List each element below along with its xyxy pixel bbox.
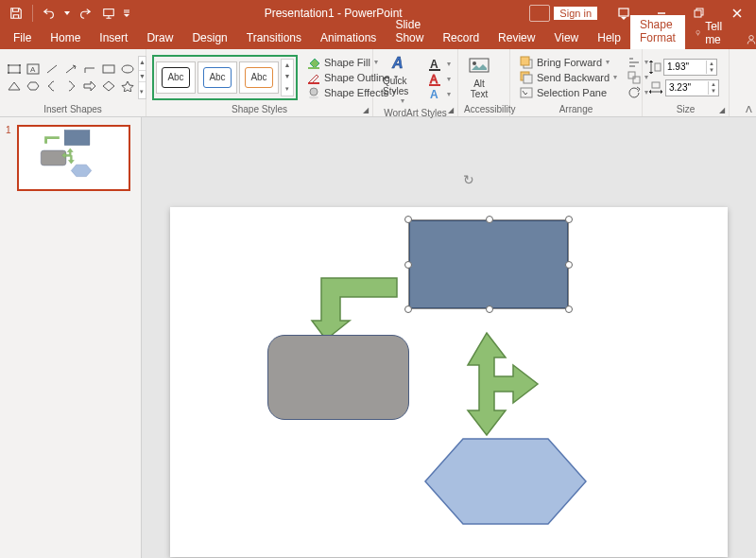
shape-textbox-icon[interactable]: A xyxy=(25,61,42,77)
shape-hex-icon[interactable] xyxy=(25,78,42,94)
slide-thumbnail-pane[interactable]: 1 xyxy=(0,117,142,558)
svg-rect-36 xyxy=(655,63,661,71)
group-label: Insert Shapes xyxy=(6,103,140,116)
size-launcher[interactable]: ◢ xyxy=(717,105,727,114)
svg-point-9 xyxy=(8,72,9,74)
shapes-gallery-more[interactable]: ▲▼▾ xyxy=(138,56,146,99)
group-accessibility: AltText Accessibility xyxy=(458,49,510,116)
svg-rect-34 xyxy=(628,72,635,78)
height-field: ▲▼ xyxy=(648,59,719,76)
selection-pane-icon xyxy=(520,86,533,99)
group-shape-styles: Abc Abc Abc ▲▼▾ Shape Fill▾ Shape Outlin… xyxy=(146,49,373,116)
tab-review[interactable]: Review xyxy=(489,28,544,49)
svg-rect-6 xyxy=(9,65,20,73)
shape-elbow-icon[interactable] xyxy=(81,61,98,77)
svg-text:A: A xyxy=(430,73,438,86)
svg-point-5 xyxy=(749,36,754,41)
shape-l-arrow[interactable] xyxy=(302,259,406,344)
shape-diamond-icon[interactable] xyxy=(100,78,117,94)
shape-selected-rect[interactable] xyxy=(408,219,569,309)
shape-three-arrow[interactable] xyxy=(430,325,543,439)
width-icon xyxy=(648,81,663,95)
text-effects-button[interactable]: A▾ xyxy=(427,87,452,102)
svg-point-19 xyxy=(310,88,318,96)
quick-styles-button[interactable]: A Quick Styles▾ xyxy=(379,51,425,107)
signin-button[interactable]: Sign in xyxy=(554,7,597,20)
resize-handle-nw[interactable] xyxy=(404,216,412,223)
tab-slideshow[interactable]: Slide Show xyxy=(386,15,433,49)
wordart-launcher[interactable]: ◢ xyxy=(446,105,455,114)
tab-file[interactable]: File xyxy=(4,28,41,49)
tell-me-button[interactable]: Tell me xyxy=(685,17,736,49)
height-spinner[interactable]: ▲▼ xyxy=(706,61,716,74)
style-preset-1[interactable]: Abc xyxy=(156,61,196,94)
resize-handle-e[interactable] xyxy=(565,261,573,269)
tab-home[interactable]: Home xyxy=(41,28,90,49)
width-spinner[interactable]: ▲▼ xyxy=(708,81,718,95)
tab-design[interactable]: Design xyxy=(182,28,236,49)
bulb-icon xyxy=(695,27,701,39)
slideshow-button[interactable] xyxy=(98,3,119,24)
slide[interactable] xyxy=(170,207,728,557)
text-fill-button[interactable]: A▾ xyxy=(427,57,452,72)
shape-rect-icon[interactable] xyxy=(6,61,23,77)
height-input[interactable] xyxy=(664,61,706,72)
undo-button[interactable] xyxy=(39,3,60,24)
svg-rect-0 xyxy=(104,9,114,16)
tab-help[interactable]: Help xyxy=(588,28,630,49)
share-button[interactable]: Share xyxy=(736,30,756,49)
shape-styles-launcher[interactable]: ◢ xyxy=(361,105,370,114)
width-input[interactable] xyxy=(666,82,708,93)
resize-handle-w[interactable] xyxy=(404,261,412,269)
bring-forward-icon xyxy=(520,56,533,69)
group-size: ▲▼ ▲▼ Size ◢ xyxy=(643,49,730,116)
undo-dropdown[interactable] xyxy=(62,3,72,24)
save-button[interactable] xyxy=(6,3,26,24)
shape-arrow-icon[interactable] xyxy=(62,61,79,77)
collapse-ribbon-button[interactable]: ᐱ xyxy=(746,104,752,114)
tab-shape-format[interactable]: Shape Format xyxy=(630,15,685,49)
redo-button[interactable] xyxy=(75,3,95,24)
shape-star-icon[interactable] xyxy=(119,78,136,94)
tab-insert[interactable]: Insert xyxy=(90,28,137,49)
shape-rounded-rect[interactable] xyxy=(267,335,409,420)
resize-handle-n[interactable] xyxy=(486,216,493,223)
tab-draw[interactable]: Draw xyxy=(137,28,182,49)
resize-handle-s[interactable] xyxy=(486,305,493,313)
svg-rect-33 xyxy=(521,88,532,97)
bring-forward-button[interactable]: Bring Forward▾ xyxy=(516,55,621,70)
shape-oval-icon[interactable] xyxy=(119,61,136,77)
slide-canvas-area[interactable]: ↻ xyxy=(142,117,756,558)
tab-record[interactable]: Record xyxy=(433,28,489,49)
send-backward-button[interactable]: Send Backward▾ xyxy=(516,70,621,85)
text-outline-button[interactable]: A▾ xyxy=(427,72,452,87)
shape-lbrace-icon[interactable] xyxy=(43,78,60,94)
shape-rbrace-icon[interactable] xyxy=(62,78,79,94)
slide-thumbnail-1[interactable] xyxy=(17,125,130,191)
tab-animations[interactable]: Animations xyxy=(311,28,386,49)
alt-text-button[interactable]: AltText xyxy=(464,54,494,101)
shape-rect2-icon[interactable] xyxy=(100,61,117,77)
styles-gallery-more[interactable]: ▲▼▾ xyxy=(281,59,294,96)
shape-hexagon[interactable] xyxy=(421,429,591,533)
style-preset-2[interactable]: Abc xyxy=(198,61,237,94)
rotation-handle[interactable]: ↻ xyxy=(463,172,474,187)
shape-tri-icon[interactable] xyxy=(6,78,23,94)
style-preset-3[interactable]: Abc xyxy=(239,61,279,94)
svg-rect-3 xyxy=(695,10,701,17)
shape-styles-highlight: Abc Abc Abc ▲▼▾ xyxy=(152,55,298,100)
height-icon xyxy=(648,60,662,75)
alt-text-icon xyxy=(468,56,490,77)
shape-rarrow-icon[interactable] xyxy=(81,78,98,94)
ribbon-tabs: File Home Insert Draw Design Transitions… xyxy=(0,26,756,49)
shape-line-icon[interactable] xyxy=(43,61,60,77)
tab-transitions[interactable]: Transitions xyxy=(237,28,311,49)
account-icon[interactable] xyxy=(529,5,550,22)
resize-handle-sw[interactable] xyxy=(404,305,412,313)
resize-handle-ne[interactable] xyxy=(565,216,573,223)
tab-view[interactable]: View xyxy=(544,28,588,49)
svg-point-16 xyxy=(122,65,133,73)
resize-handle-se[interactable] xyxy=(565,305,573,313)
selection-pane-button[interactable]: Selection Pane xyxy=(516,85,621,100)
qat-customize[interactable] xyxy=(122,3,131,24)
